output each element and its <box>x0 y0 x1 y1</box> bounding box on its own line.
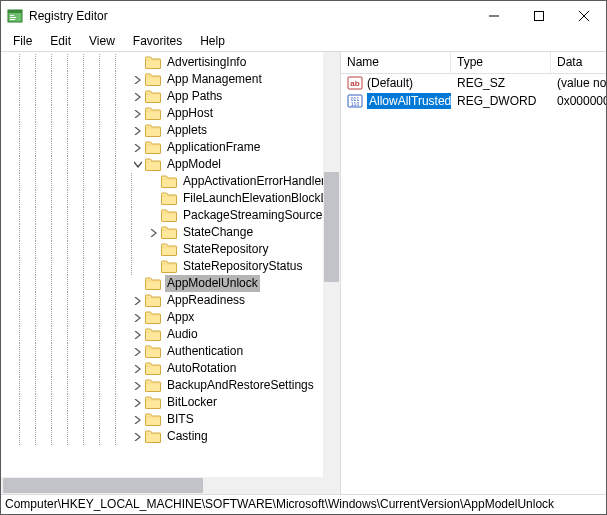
tree-item[interactable]: App Management <box>3 71 340 88</box>
tree-item[interactable]: Casting <box>3 428 340 445</box>
tree-item[interactable]: FileLaunchElevationBlockList <box>3 190 340 207</box>
tree-item[interactable]: Audio <box>3 326 340 343</box>
tree-item[interactable]: Authentication <box>3 343 340 360</box>
value-name: AllowAllTrusted... <box>367 93 451 109</box>
registry-editor-window: Registry Editor File Edit View Favorites… <box>0 0 607 515</box>
svg-rect-1 <box>8 10 22 13</box>
chevron-right-icon[interactable] <box>131 124 145 138</box>
menu-edit[interactable]: Edit <box>42 32 79 50</box>
folder-icon <box>145 345 161 358</box>
tree-item-label: AutoRotation <box>165 360 238 377</box>
chevron-right-icon[interactable] <box>131 413 145 427</box>
value-row[interactable]: AllowAllTrusted...REG_DWORD0x00000001 <box>341 92 606 110</box>
chevron-right-icon[interactable] <box>147 226 161 240</box>
menu-favorites[interactable]: Favorites <box>125 32 190 50</box>
minimize-button[interactable] <box>471 1 516 31</box>
tree-item[interactable]: AppModel <box>3 156 340 173</box>
registry-tree[interactable]: AdvertisingInfoApp ManagementApp PathsAp… <box>1 52 340 447</box>
tree-item[interactable]: App Paths <box>3 88 340 105</box>
folder-icon <box>145 311 161 324</box>
svg-rect-6 <box>534 12 543 21</box>
tree-item-label: AppReadiness <box>165 292 247 309</box>
folder-icon <box>145 396 161 409</box>
chevron-right-icon[interactable] <box>131 396 145 410</box>
titlebar[interactable]: Registry Editor <box>1 1 606 31</box>
tree-item[interactable]: AppActivationErrorHandlers <box>3 173 340 190</box>
dword-value-icon <box>347 93 363 109</box>
menu-file[interactable]: File <box>5 32 40 50</box>
folder-icon <box>145 277 161 290</box>
tree-item-label: Applets <box>165 122 209 139</box>
tree-item-label: AppModel <box>165 156 223 173</box>
tree-item-label: Casting <box>165 428 210 445</box>
tree-item[interactable]: AppReadiness <box>3 292 340 309</box>
tree-item-label: AdvertisingInfo <box>165 54 248 71</box>
tree-item-label: Authentication <box>165 343 245 360</box>
tree-item-label: BackupAndRestoreSettings <box>165 377 316 394</box>
column-type[interactable]: Type <box>451 52 551 73</box>
tree-item-label: App Management <box>165 71 264 88</box>
chevron-down-icon[interactable] <box>131 158 145 172</box>
expand-placeholder <box>147 175 161 189</box>
tree-item-label: AppActivationErrorHandlers <box>181 173 333 190</box>
statusbar: Computer\HKEY_LOCAL_MACHINE\SOFTWARE\Mic… <box>1 494 606 514</box>
tree-item-label: AppHost <box>165 105 215 122</box>
tree-item[interactable]: BackupAndRestoreSettings <box>3 377 340 394</box>
tree-item[interactable]: BITS <box>3 411 340 428</box>
tree-item[interactable]: Appx <box>3 309 340 326</box>
expand-placeholder <box>147 192 161 206</box>
tree-item[interactable]: StateRepositoryStatus <box>3 258 340 275</box>
tree-item[interactable]: AppModelUnlock <box>3 275 340 292</box>
close-button[interactable] <box>561 1 606 31</box>
tree-item-label: Appx <box>165 309 196 326</box>
chevron-right-icon[interactable] <box>131 107 145 121</box>
chevron-right-icon[interactable] <box>131 328 145 342</box>
chevron-right-icon[interactable] <box>131 379 145 393</box>
tree-item-label: ApplicationFrame <box>165 139 262 156</box>
expand-placeholder <box>131 277 145 291</box>
svg-rect-2 <box>10 15 14 16</box>
tree-item-label: AppModelUnlock <box>165 275 260 292</box>
tree-item[interactable]: BitLocker <box>3 394 340 411</box>
folder-icon <box>145 328 161 341</box>
value-type: REG_SZ <box>451 76 551 90</box>
app-icon <box>7 8 23 24</box>
menu-view[interactable]: View <box>81 32 123 50</box>
folder-icon <box>145 141 161 154</box>
tree-item[interactable]: AdvertisingInfo <box>3 54 340 71</box>
folder-icon <box>145 107 161 120</box>
column-data[interactable]: Data <box>551 52 606 73</box>
tree-item[interactable]: Applets <box>3 122 340 139</box>
chevron-right-icon[interactable] <box>131 294 145 308</box>
folder-icon <box>161 175 177 188</box>
folder-icon <box>145 294 161 307</box>
expand-placeholder <box>147 260 161 274</box>
column-name[interactable]: Name <box>341 52 451 73</box>
folder-icon <box>145 413 161 426</box>
menubar: File Edit View Favorites Help <box>1 31 606 51</box>
chevron-right-icon[interactable] <box>131 73 145 87</box>
expand-placeholder <box>147 243 161 257</box>
status-path: Computer\HKEY_LOCAL_MACHINE\SOFTWARE\Mic… <box>5 497 554 511</box>
tree-item[interactable]: ApplicationFrame <box>3 139 340 156</box>
tree-item[interactable]: PackageStreamingSources <box>3 207 340 224</box>
chevron-right-icon[interactable] <box>131 90 145 104</box>
tree-item[interactable]: AppHost <box>3 105 340 122</box>
tree-item-label: StateRepository <box>181 241 270 258</box>
tree-item[interactable]: StateChange <box>3 224 340 241</box>
tree-item[interactable]: AutoRotation <box>3 360 340 377</box>
values-list[interactable]: (Default)REG_SZ(value not set)AllowAllTr… <box>341 74 606 110</box>
chevron-right-icon[interactable] <box>131 141 145 155</box>
tree-vertical-scrollbar[interactable] <box>323 52 340 477</box>
menu-help[interactable]: Help <box>192 32 233 50</box>
tree-horizontal-scrollbar[interactable] <box>1 477 323 494</box>
chevron-right-icon[interactable] <box>131 362 145 376</box>
value-row[interactable]: (Default)REG_SZ(value not set) <box>341 74 606 92</box>
tree-item[interactable]: StateRepository <box>3 241 340 258</box>
chevron-right-icon[interactable] <box>131 430 145 444</box>
chevron-right-icon[interactable] <box>131 311 145 325</box>
chevron-right-icon[interactable] <box>131 345 145 359</box>
maximize-button[interactable] <box>516 1 561 31</box>
tree-item-label: BitLocker <box>165 394 219 411</box>
value-data: 0x00000001 <box>551 94 606 108</box>
